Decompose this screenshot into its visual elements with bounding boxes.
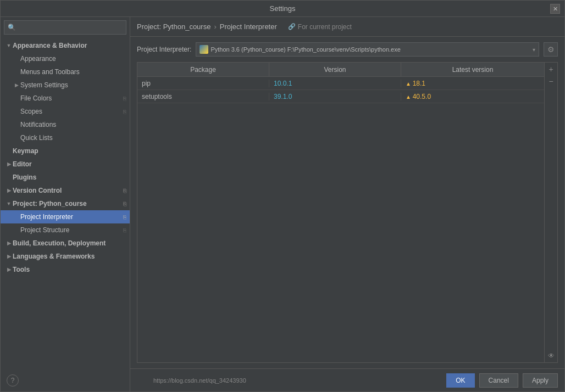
breadcrumb-project: Project: Python_course xyxy=(137,23,211,31)
right-panel: Project: Python_course › Project Interpr… xyxy=(130,17,564,391)
arrow-icon xyxy=(13,82,20,88)
sidebar-item-file-colors[interactable]: File Colors ⎘ xyxy=(1,92,130,105)
sidebar-item-label: Keymap xyxy=(13,147,38,155)
sidebar-item-label: Notifications xyxy=(20,121,56,128)
sidebar-item-keymap[interactable]: Keymap xyxy=(1,144,130,158)
main-content: 🔍 Appearance & Behavior Appearance Menus… xyxy=(1,17,564,391)
remove-package-button[interactable]: − xyxy=(546,76,557,87)
sidebar-item-version-control[interactable]: Version Control ⎘ xyxy=(1,184,130,197)
sidebar-item-label: Languages & Frameworks xyxy=(13,253,95,260)
apply-button[interactable]: Apply xyxy=(523,373,558,388)
interpreter-row: Project Interpreter: Python 3.6 (Python_… xyxy=(137,42,558,57)
package-name: pip xyxy=(137,80,269,87)
sidebar-item-label: Project Structure xyxy=(20,226,69,234)
search-input[interactable] xyxy=(18,24,123,31)
breadcrumb-separator: › xyxy=(214,23,216,31)
sidebar-item-appearance-behavior[interactable]: Appearance & Behavior xyxy=(1,39,130,52)
show-all-packages-button[interactable]: 👁 xyxy=(546,350,557,361)
sidebar-item-project-python-course[interactable]: Project: Python_course ⎘ xyxy=(1,197,130,210)
gear-button[interactable]: ⚙ xyxy=(544,42,558,57)
sidebar-tree: Appearance & Behavior Appearance Menus a… xyxy=(1,38,130,391)
sidebar-item-label: Build, Execution, Deployment xyxy=(13,239,106,247)
package-latest: 18.1 xyxy=(401,80,544,87)
gear-icon: ⚙ xyxy=(547,45,555,54)
add-package-button[interactable]: + xyxy=(546,64,557,75)
copy-icon: ⎘ xyxy=(123,96,126,102)
for-current-project: 🔗 For current project xyxy=(288,23,352,31)
panel-header: Project: Python_course › Project Interpr… xyxy=(130,17,564,37)
sidebar-item-languages-frameworks[interactable]: Languages & Frameworks xyxy=(1,250,130,263)
sidebar-item-menus-toolbars[interactable]: Menus and Toolbars xyxy=(1,65,130,79)
sidebar-item-system-settings[interactable]: System Settings xyxy=(1,79,130,92)
package-name: setuptools xyxy=(137,93,269,100)
package-table: Package Version Latest version pip 10.0.… xyxy=(137,62,558,363)
breadcrumb: Project: Python_course › Project Interpr… xyxy=(137,23,277,31)
arrow-icon xyxy=(5,161,13,167)
sidebar-item-label: Menus and Toolbars xyxy=(20,68,80,76)
window-title: Settings xyxy=(270,4,296,13)
update-icon: 40.5.0 xyxy=(406,93,431,100)
sidebar-item-label: Tools xyxy=(13,266,30,273)
sidebar-item-quick-lists[interactable]: Quick Lists xyxy=(1,131,130,144)
table-row[interactable]: setuptools 39.1.0 40.5.0 xyxy=(137,90,544,103)
cancel-button[interactable]: Cancel xyxy=(479,373,518,388)
ok-button[interactable]: OK xyxy=(446,373,474,388)
sidebar-item-tools[interactable]: Tools xyxy=(1,263,130,276)
col-header-package: Package xyxy=(137,63,269,76)
interpreter-value: Python 3.6 (Python_course) F:\Python_cou… xyxy=(211,46,530,53)
arrow-icon xyxy=(5,240,13,246)
sidebar: 🔍 Appearance & Behavior Appearance Menus… xyxy=(1,17,130,391)
copy-icon: ⎘ xyxy=(123,188,126,194)
copy-icon: ⎘ xyxy=(123,227,126,233)
interpreter-select[interactable]: Python 3.6 (Python_course) F:\Python_cou… xyxy=(196,42,539,57)
package-latest: 40.5.0 xyxy=(401,93,544,100)
link-icon: 🔗 xyxy=(288,23,296,30)
python-icon xyxy=(200,45,208,54)
settings-window: Settings ✕ 🔍 Appearance & Behavior Appea… xyxy=(0,0,565,392)
panel-body: Project Interpreter: Python 3.6 (Python_… xyxy=(130,37,564,368)
footer: ? https://blog.csdn.net/qq_34243930 OK C… xyxy=(130,368,564,391)
table-header: Package Version Latest version xyxy=(137,63,544,77)
arrow-icon xyxy=(5,254,13,259)
sidebar-item-label: File Colors xyxy=(20,94,52,102)
copy-icon: ⎘ xyxy=(123,201,126,207)
col-header-version: Version xyxy=(269,63,401,76)
sidebar-item-label: Appearance & Behavior xyxy=(13,42,87,49)
package-version: 39.1.0 xyxy=(269,93,401,100)
breadcrumb-page: Project Interpreter xyxy=(220,23,277,31)
sidebar-item-notifications[interactable]: Notifications xyxy=(1,118,130,131)
sidebar-item-project-interpreter[interactable]: Project Interpreter ⎘ xyxy=(1,210,130,223)
footer-left: ? https://blog.csdn.net/qq_34243930 xyxy=(137,377,442,384)
sidebar-item-label: Plugins xyxy=(13,173,36,181)
arrow-icon xyxy=(5,267,13,272)
sidebar-item-label: Appearance xyxy=(20,55,56,63)
url-tooltip: https://blog.csdn.net/qq_34243930 xyxy=(153,377,246,384)
interpreter-label: Project Interpreter: xyxy=(137,46,191,53)
sidebar-item-plugins[interactable]: Plugins xyxy=(1,171,130,184)
sidebar-item-label: Version Control xyxy=(13,187,62,194)
sidebar-item-label: System Settings xyxy=(20,81,68,89)
arrow-icon xyxy=(5,201,13,206)
search-icon: 🔍 xyxy=(8,24,16,31)
sidebar-item-label: Editor xyxy=(13,160,32,168)
table-body: pip 10.0.1 18.1 setuptools 39.1.0 xyxy=(137,77,544,362)
col-header-latest: Latest version xyxy=(401,63,544,76)
arrow-icon xyxy=(5,43,13,48)
sidebar-item-project-structure[interactable]: Project Structure ⎘ xyxy=(1,223,130,237)
sidebar-item-appearance[interactable]: Appearance xyxy=(1,52,130,65)
sidebar-item-label: Project Interpreter xyxy=(20,213,73,221)
sidebar-item-label: Project: Python_course xyxy=(13,200,87,208)
table-actions: + − 👁 xyxy=(544,63,557,362)
title-bar: Settings ✕ xyxy=(1,1,564,17)
close-button[interactable]: ✕ xyxy=(550,4,560,14)
sidebar-item-build-exec-deploy[interactable]: Build, Execution, Deployment xyxy=(1,237,130,250)
arrow-icon xyxy=(5,188,13,193)
search-box[interactable]: 🔍 xyxy=(4,20,126,35)
table-row[interactable]: pip 10.0.1 18.1 xyxy=(137,77,544,90)
copy-icon: ⎘ xyxy=(123,214,126,220)
copy-icon: ⎘ xyxy=(123,109,126,115)
sidebar-item-editor[interactable]: Editor xyxy=(1,158,130,171)
sidebar-item-scopes[interactable]: Scopes ⎘ xyxy=(1,105,130,118)
chevron-down-icon: ▾ xyxy=(533,47,535,53)
update-icon: 18.1 xyxy=(406,80,425,87)
